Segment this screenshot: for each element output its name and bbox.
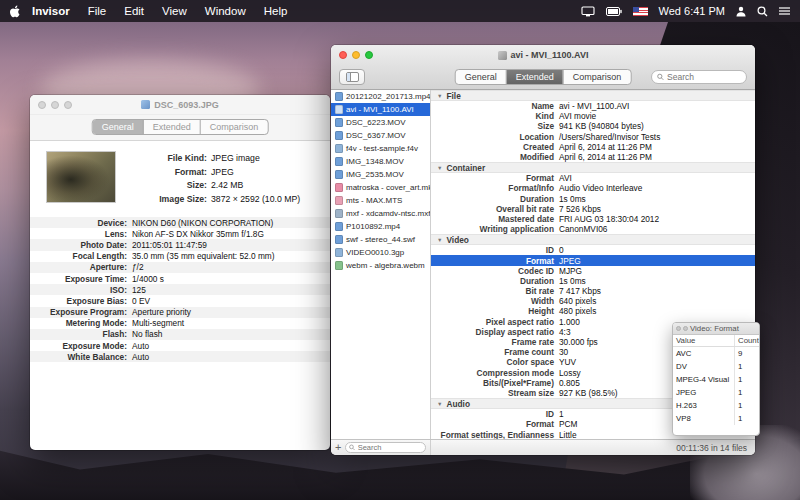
file-list-item[interactable]: webm - algebra.webm bbox=[331, 259, 430, 272]
section-header[interactable]: ▼Video bbox=[431, 234, 755, 245]
menu-item[interactable]: Edit bbox=[115, 5, 153, 17]
spotlight-search-icon[interactable] bbox=[757, 6, 768, 17]
minimize-button[interactable] bbox=[352, 51, 360, 59]
exif-row[interactable]: Exposure Mode:Auto bbox=[30, 340, 330, 351]
exif-row[interactable]: Photo Date:2011:05:01 11:47:59 bbox=[30, 239, 330, 250]
metadata-row[interactable]: Mastered dateFRI AUG 03 18:30:04 2012 bbox=[431, 214, 755, 224]
file-list-item[interactable]: swf - stereo_44.swf bbox=[331, 233, 430, 246]
exif-row[interactable]: Lens:Nikon AF-S DX Nikkor 35mm f/1.8G bbox=[30, 228, 330, 239]
apple-menu-icon[interactable] bbox=[10, 5, 21, 18]
close-button[interactable] bbox=[339, 51, 347, 59]
disclosure-triangle-icon[interactable]: ▼ bbox=[437, 401, 442, 407]
file-list-item[interactable]: f4v - test-sample.f4v bbox=[331, 142, 430, 155]
format-count-row[interactable]: MPEG-4 Visual1 bbox=[673, 373, 759, 386]
metadata-row[interactable]: Nameavi - MVI_1100.AVI bbox=[431, 101, 755, 111]
left-title-bar[interactable]: DSC_6093.JPG bbox=[30, 95, 330, 115]
disclosure-triangle-icon[interactable]: ▼ bbox=[437, 165, 442, 171]
exif-row[interactable]: Exposure Program:Aperture priority bbox=[30, 307, 330, 318]
battery-icon[interactable] bbox=[606, 7, 622, 16]
metadata-row[interactable]: KindAVI movie bbox=[431, 111, 755, 121]
metadata-row[interactable]: Duration1s 0ms bbox=[431, 276, 755, 286]
format-count-row[interactable]: JPEG1 bbox=[673, 386, 759, 399]
tab-segment[interactable]: Comparison bbox=[564, 70, 631, 84]
exif-row[interactable]: Metering Mode:Multi-segment bbox=[30, 318, 330, 329]
exif-label: Exposure Program: bbox=[30, 307, 132, 317]
metadata-row[interactable]: Codec IDMJPG bbox=[431, 266, 755, 276]
metadata-row[interactable]: FormatAVI bbox=[431, 173, 755, 183]
sidebar-search-input[interactable] bbox=[358, 443, 422, 452]
file-list-item[interactable]: 20121202_201713.mp4 bbox=[331, 90, 430, 103]
metadata-row[interactable]: Width640 pixels bbox=[431, 296, 755, 306]
disclosure-triangle-icon[interactable]: ▼ bbox=[437, 237, 442, 243]
metadata-row[interactable]: Duration1s 0ms bbox=[431, 194, 755, 204]
column-header-count[interactable]: Count bbox=[735, 336, 759, 345]
format-count-row[interactable]: H.2631 bbox=[673, 399, 759, 412]
search-input[interactable] bbox=[667, 72, 741, 82]
column-header-value[interactable]: Value bbox=[673, 335, 735, 346]
toolbar-search-field[interactable] bbox=[651, 70, 747, 84]
exif-row[interactable]: ISO:125 bbox=[30, 284, 330, 295]
metadata-row[interactable]: Location/Users/Shared/Invisor Tests bbox=[431, 132, 755, 142]
exif-row[interactable]: Exposure Bias:0 EV bbox=[30, 295, 330, 306]
exif-row[interactable]: Exposure Time:1/4000 s bbox=[30, 273, 330, 284]
exif-row[interactable]: Flash:No flash bbox=[30, 329, 330, 340]
metadata-row[interactable]: CreatedApril 6, 2014 at 11:26 PM bbox=[431, 142, 755, 152]
notification-center-icon[interactable] bbox=[779, 6, 790, 16]
metadata-row[interactable]: ModifiedApril 6, 2014 at 11:26 PM bbox=[431, 152, 755, 162]
exif-row[interactable]: White Balance:Auto bbox=[30, 351, 330, 362]
menu-item[interactable]: File bbox=[79, 5, 116, 17]
sidebar-search-field[interactable] bbox=[345, 442, 426, 453]
menu-item[interactable]: Window bbox=[196, 5, 255, 17]
tab-segment[interactable]: Extended bbox=[507, 70, 564, 84]
us-flag-icon[interactable] bbox=[633, 7, 648, 16]
popover-title-bar[interactable]: Video: Format bbox=[673, 323, 759, 335]
zoom-button[interactable] bbox=[365, 51, 373, 59]
tab-segment[interactable]: General bbox=[93, 120, 144, 134]
right-title-bar[interactable]: avi - MVI_1100.AVI bbox=[331, 45, 755, 65]
format-count-row[interactable]: AVC9 bbox=[673, 347, 759, 360]
metadata-row[interactable]: FormatJPEG bbox=[431, 255, 755, 265]
section-header[interactable]: ▼Container bbox=[431, 162, 755, 173]
format-count-row[interactable]: DV1 bbox=[673, 360, 759, 373]
file-list-item[interactable]: mxf - xdcamdv-ntsc.mxf bbox=[331, 207, 430, 220]
metadata-row[interactable]: Format/InfoAudio Video Interleave bbox=[431, 183, 755, 193]
section-header[interactable]: ▼File bbox=[431, 90, 755, 101]
popover-close-button[interactable] bbox=[676, 326, 681, 331]
disclosure-triangle-icon[interactable]: ▼ bbox=[437, 93, 442, 99]
tab-segment[interactable]: General bbox=[456, 70, 507, 84]
menu-clock[interactable]: Wed 6:41 PM bbox=[659, 5, 725, 17]
menu-item[interactable]: Help bbox=[255, 5, 297, 17]
metadata-row[interactable]: Writing applicationCanonMVI06 bbox=[431, 224, 755, 234]
file-list-item[interactable]: avi - MVI_1100.AVI bbox=[331, 103, 430, 116]
zoom-button[interactable] bbox=[64, 101, 72, 109]
user-icon[interactable] bbox=[736, 6, 746, 17]
sidebar-toggle-button[interactable] bbox=[339, 69, 365, 85]
file-list-item[interactable]: IMG_1348.MOV bbox=[331, 155, 430, 168]
metadata-row[interactable]: Overall bit rate7 526 Kbps bbox=[431, 204, 755, 214]
display-icon[interactable] bbox=[581, 6, 595, 17]
metadata-row[interactable]: Size941 KB (940804 bytes) bbox=[431, 121, 755, 131]
exif-row[interactable]: Focal Length:35.0 mm (35 mm equivalent: … bbox=[30, 251, 330, 262]
file-list-item[interactable]: matroska - cover_art.mkv bbox=[331, 181, 430, 194]
close-button[interactable] bbox=[38, 101, 46, 109]
popover-pin-button[interactable] bbox=[683, 326, 688, 331]
tab-segment[interactable]: Extended bbox=[144, 120, 201, 134]
metadata-row[interactable]: Height480 pixels bbox=[431, 306, 755, 316]
file-list-item[interactable]: P1010892.mp4 bbox=[331, 220, 430, 233]
metadata-row[interactable]: Bit rate7 417 Kbps bbox=[431, 286, 755, 296]
exif-row[interactable]: Aperture:ƒ/2 bbox=[30, 262, 330, 273]
file-list-item[interactable]: IMG_2535.MOV bbox=[331, 168, 430, 181]
menu-item[interactable]: View bbox=[153, 5, 196, 17]
add-file-button[interactable]: + bbox=[335, 442, 341, 453]
format-count-row[interactable]: VP81 bbox=[673, 412, 759, 425]
metadata-row[interactable]: ID0 bbox=[431, 245, 755, 255]
file-list-item[interactable]: DSC_6223.MOV bbox=[331, 116, 430, 129]
minimize-button[interactable] bbox=[51, 101, 59, 109]
file-list-item[interactable]: mts - MAX.MTS bbox=[331, 194, 430, 207]
tab-segment[interactable]: Comparison bbox=[201, 120, 268, 134]
menu-item[interactable]: Invisor bbox=[23, 5, 79, 17]
file-list-item[interactable]: VIDEO0010.3gp bbox=[331, 246, 430, 259]
file-list-item[interactable]: DSC_6367.MOV bbox=[331, 129, 430, 142]
exif-row[interactable]: Device:NIKON D60 (NIKON CORPORATION) bbox=[30, 217, 330, 228]
metadata-label: Duration bbox=[431, 276, 559, 286]
